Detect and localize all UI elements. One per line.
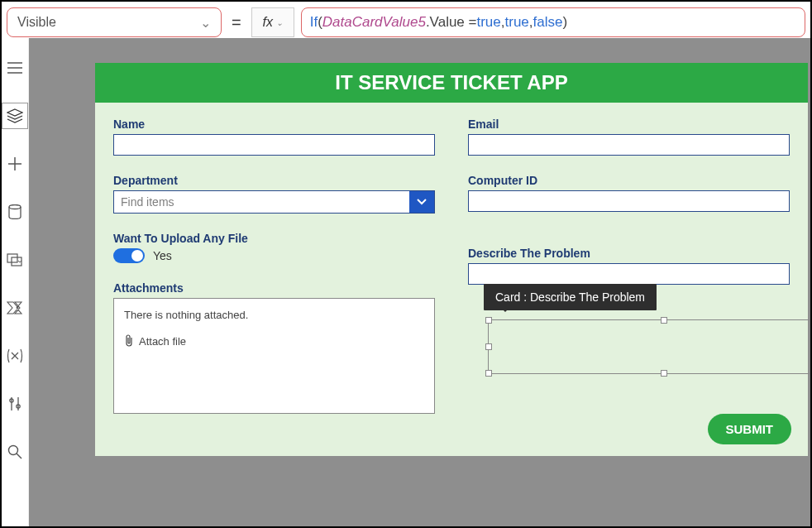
department-combobox[interactable]: Find items (113, 190, 435, 214)
attachments-empty-text: There is nothing attached. (124, 309, 424, 321)
name-card[interactable]: Name (113, 118, 435, 156)
variable-icon[interactable] (2, 343, 28, 369)
computer-id-card[interactable]: Computer ID (468, 174, 790, 212)
formula-false: false (533, 14, 563, 31)
chevron-down-icon: ⌄ (200, 15, 211, 31)
resize-handle[interactable] (485, 317, 492, 324)
email-label: Email (468, 118, 790, 131)
resize-handle[interactable] (661, 317, 667, 324)
formula-input[interactable]: If(DataCardValue5.Value = true, true, fa… (301, 7, 805, 37)
paperclip-icon (124, 334, 134, 348)
email-input[interactable] (468, 134, 790, 156)
svg-point-0 (9, 205, 21, 209)
upload-label: Want To Upload Any File (113, 232, 435, 245)
formula-close: ) (562, 14, 567, 31)
app-title: IT SERVICE TICKET APP (95, 63, 808, 103)
equals-sign: = (228, 13, 245, 32)
describe-input[interactable] (468, 263, 790, 285)
describe-label: Describe The Problem (468, 247, 790, 260)
upload-toggle[interactable] (113, 248, 145, 263)
attachments-box[interactable]: There is nothing attached. Attach file (113, 298, 435, 414)
chevron-down-icon[interactable] (409, 191, 434, 213)
formula-fn: If (310, 14, 318, 31)
computer-id-input[interactable] (468, 190, 790, 212)
formula-true: true (476, 14, 500, 31)
property-dropdown[interactable]: Visible ⌄ (7, 7, 222, 37)
database-icon[interactable] (2, 199, 28, 225)
department-card[interactable]: Department Find items (113, 174, 435, 214)
app-screen: IT SERVICE TICKET APP Name Department Fi… (95, 63, 808, 456)
svg-point-5 (9, 446, 18, 455)
media-icon[interactable] (2, 247, 28, 273)
automate-icon[interactable] (2, 295, 28, 321)
left-rail (2, 38, 29, 526)
name-label: Name (113, 118, 435, 131)
property-name: Visible (17, 15, 56, 30)
formula-bar: Visible ⌄ = fx ⌄ If(DataCardValue5.Value… (2, 2, 810, 38)
attach-file-button[interactable]: Attach file (124, 334, 424, 348)
formula-rest: .Value = (426, 14, 477, 31)
layers-icon[interactable] (2, 103, 28, 129)
tools-icon[interactable] (2, 391, 28, 417)
describe-card[interactable]: Describe The Problem (468, 247, 790, 285)
card-tooltip: Card : Describe The Problem (484, 284, 657, 310)
form: Name Department Find items Want (95, 103, 808, 432)
selection-outline[interactable] (488, 319, 812, 374)
formula-true: true (505, 14, 529, 31)
canvas[interactable]: IT SERVICE TICKET APP Name Department Fi… (29, 38, 812, 526)
resize-handle[interactable] (661, 370, 667, 377)
resize-handle[interactable] (485, 343, 492, 350)
department-placeholder: Find items (114, 195, 409, 209)
search-icon[interactable] (2, 439, 28, 465)
department-label: Department (113, 174, 435, 187)
upload-toggle-text: Yes (153, 249, 172, 262)
resize-handle[interactable] (485, 370, 492, 377)
attachments-label: Attachments (113, 281, 435, 295)
hamburger-icon[interactable] (2, 55, 28, 81)
toggle-knob (131, 250, 143, 262)
form-left-column: Name Department Find items Want (113, 118, 435, 432)
formula-ident: DataCardValue5 (322, 14, 426, 31)
workspace: IT SERVICE TICKET APP Name Department Fi… (2, 38, 810, 526)
plus-icon[interactable] (2, 151, 28, 177)
chevron-down-icon: ⌄ (276, 18, 283, 27)
svg-rect-1 (7, 254, 17, 262)
upload-toggle-row: Yes (113, 248, 435, 263)
computer-id-label: Computer ID (468, 174, 790, 187)
fx-button[interactable]: fx ⌄ (251, 7, 294, 37)
form-right-column: Email Computer ID Describe The Problem (468, 118, 790, 432)
email-card[interactable]: Email (468, 118, 790, 156)
fx-label: fx (262, 15, 272, 30)
submit-button[interactable]: SUBMIT (708, 414, 792, 444)
svg-rect-2 (12, 257, 21, 266)
upload-card[interactable]: Want To Upload Any File Yes (113, 232, 435, 263)
attachments-card[interactable]: Attachments There is nothing attached. A… (113, 281, 435, 414)
name-input[interactable] (113, 134, 435, 156)
attach-file-label: Attach file (139, 335, 186, 348)
